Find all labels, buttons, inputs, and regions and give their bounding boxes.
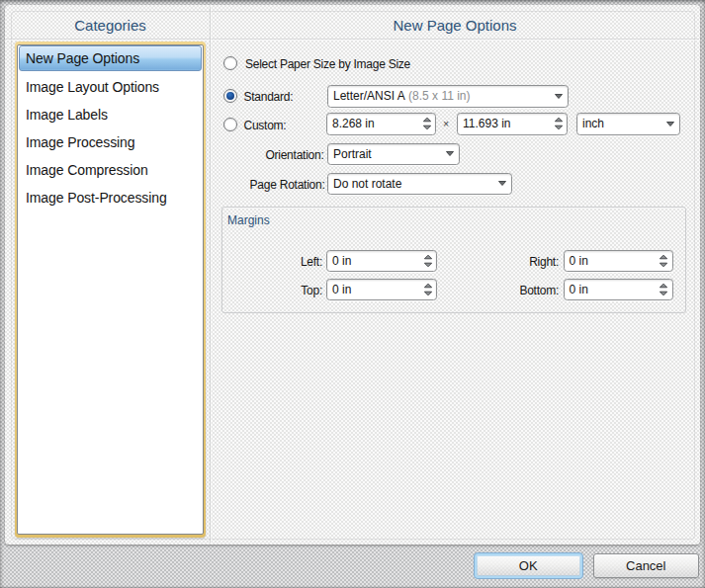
custom-height-value: 11.693 in — [463, 114, 511, 134]
orientation-combobox[interactable]: Portrait — [327, 143, 460, 165]
orientation-value: Portrait — [333, 144, 372, 164]
spinner-arrows-icon[interactable] — [423, 118, 431, 129]
radio-standard[interactable] — [223, 89, 237, 103]
page-rotation-label: Page Rotation: — [250, 178, 325, 192]
margin-right-value: 0 in — [570, 251, 588, 271]
spinner-arrows-icon[interactable] — [660, 284, 667, 295]
spinner-arrows-icon[interactable] — [424, 255, 432, 267]
cancel-button[interactable]: Cancel — [593, 553, 699, 579]
dialog-window: Categories New Page Options New Page Opt… — [0, 0, 705, 588]
margin-bottom-label: Bottom: — [519, 284, 559, 297]
margin-left-spinbox[interactable]: 0 in — [326, 250, 437, 272]
standard-size-combobox[interactable]: Letter/ANSI A (8.5 x 11 in) — [327, 85, 569, 108]
categories-listbox: New Page Options Image Layout Options Im… — [15, 42, 207, 538]
chevron-down-icon — [498, 181, 506, 186]
margin-top-spinbox[interactable]: 0 in — [326, 279, 437, 300]
margin-top-label: Top: — [301, 284, 322, 297]
standard-size-value: Letter/ANSI A — [333, 89, 405, 103]
page-rotation-value: Do not rotate — [333, 174, 401, 194]
ok-button[interactable]: OK — [477, 555, 580, 576]
margins-title: Margins — [227, 213, 270, 227]
categories-list: New Page Options Image Layout Options Im… — [17, 44, 204, 536]
margin-right-spinbox[interactable]: 0 in — [564, 250, 673, 272]
margin-right-label: Right: — [529, 255, 559, 269]
unit-value: inch — [582, 114, 604, 134]
panel-divider — [210, 7, 212, 543]
custom-width-spinbox[interactable]: 8.268 in — [326, 113, 436, 135]
sidebar-item-new-page-options[interactable]: New Page Options — [19, 45, 202, 71]
page-rotation-combobox[interactable]: Do not rotate — [327, 173, 512, 195]
standard-size-hint: (8.5 x 11 in) — [408, 89, 470, 103]
unit-combobox[interactable]: inch — [576, 113, 680, 135]
dimension-separator: × — [443, 118, 449, 129]
radio-select-by-image-size-label: Select Paper Size by Image Size — [245, 57, 410, 71]
margin-bottom-spinbox[interactable]: 0 in — [564, 279, 673, 300]
sidebar-item-image-compression[interactable]: Image Compression — [18, 156, 203, 184]
margin-bottom-value: 0 in — [570, 280, 588, 299]
spinner-arrows-icon[interactable] — [555, 118, 563, 129]
custom-width-value: 8.268 in — [332, 114, 375, 134]
radio-select-by-image-size[interactable] — [223, 56, 237, 70]
chevron-down-icon — [446, 151, 454, 156]
sidebar-item-image-layout-options[interactable]: Image Layout Options — [18, 73, 203, 101]
orientation-label: Orientation: — [265, 148, 323, 162]
spinner-arrows-icon[interactable] — [424, 284, 432, 295]
chevron-down-icon — [666, 122, 674, 126]
header-underline — [6, 39, 699, 41]
sidebar-item-image-processing[interactable]: Image Processing — [18, 128, 203, 156]
sidebar-item-image-labels[interactable]: Image Labels — [18, 101, 203, 128]
margin-left-label: Left: — [301, 255, 322, 269]
standard-size-text: Letter/ANSI A (8.5 x 11 in) — [333, 86, 471, 107]
custom-height-spinbox[interactable]: 11.693 in — [457, 113, 568, 135]
sidebar-item-image-post-processing[interactable]: Image Post-Processing — [18, 184, 203, 211]
chevron-down-icon — [555, 94, 563, 99]
ok-button-focus-ring: OK — [474, 552, 583, 579]
margin-top-value: 0 in — [332, 280, 351, 299]
radio-standard-label: Standard: — [244, 90, 294, 104]
radio-custom[interactable] — [223, 118, 237, 131]
spinner-arrows-icon[interactable] — [660, 255, 667, 267]
radio-custom-label: Custom: — [244, 119, 287, 132]
margin-left-value: 0 in — [332, 251, 351, 271]
